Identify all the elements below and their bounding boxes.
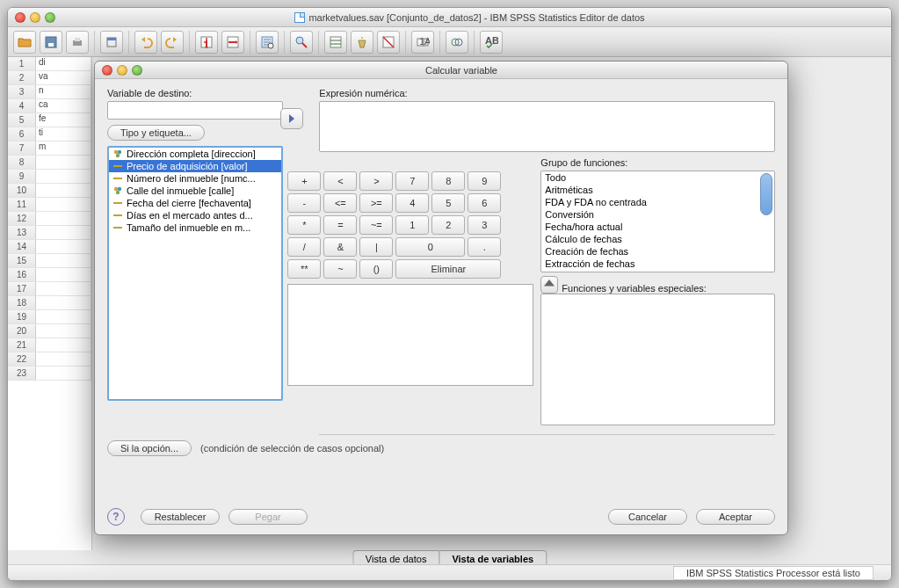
target-variable-input[interactable] bbox=[107, 101, 283, 120]
key-8[interactable]: 8 bbox=[431, 171, 465, 191]
grid-row[interactable]: 1di bbox=[8, 57, 91, 71]
cell[interactable] bbox=[36, 212, 91, 225]
grid-row[interactable]: 2va bbox=[8, 71, 91, 85]
key-lt[interactable]: < bbox=[323, 171, 357, 191]
open-file-button[interactable] bbox=[13, 31, 36, 54]
type-and-label-button[interactable]: Tipo y etiqueta... bbox=[107, 125, 205, 141]
row-header[interactable]: 11 bbox=[8, 198, 36, 211]
cell[interactable] bbox=[36, 226, 91, 239]
function-group-item[interactable]: FDA y FDA no centrada bbox=[541, 196, 774, 208]
grid-row[interactable]: 16 bbox=[8, 268, 91, 282]
variables-button[interactable] bbox=[256, 31, 279, 54]
key-minus[interactable]: - bbox=[287, 193, 321, 213]
grid-row[interactable]: 13 bbox=[8, 226, 91, 240]
key-delete[interactable]: Eliminar bbox=[395, 259, 501, 279]
grid-row[interactable]: 5fe bbox=[8, 113, 91, 127]
key-dot[interactable]: . bbox=[468, 237, 501, 257]
key-7[interactable]: 7 bbox=[395, 171, 429, 191]
row-header[interactable]: 14 bbox=[8, 240, 36, 253]
recall-dialog-button[interactable] bbox=[100, 31, 123, 54]
grid-row[interactable]: 18 bbox=[8, 296, 91, 310]
grid-row[interactable]: 9 bbox=[8, 170, 91, 184]
row-header[interactable]: 15 bbox=[8, 254, 36, 267]
variable-item[interactable]: Fecha del cierre [fechaventa] bbox=[109, 197, 281, 209]
row-header[interactable]: 17 bbox=[8, 282, 36, 295]
cell[interactable]: fe bbox=[36, 113, 91, 127]
key-3[interactable]: 3 bbox=[468, 215, 501, 235]
row-header[interactable]: 20 bbox=[8, 324, 36, 338]
variable-item[interactable]: Tamaño del inmueble en m... bbox=[109, 221, 281, 234]
row-header[interactable]: 23 bbox=[8, 367, 36, 380]
variable-item[interactable]: Precio de adquisición [valor] bbox=[109, 160, 281, 172]
dialog-zoom-button[interactable] bbox=[132, 65, 142, 76]
variable-item[interactable]: Calle del inmueble [calle] bbox=[109, 185, 281, 197]
row-header[interactable]: 12 bbox=[8, 212, 36, 225]
cell[interactable] bbox=[36, 254, 91, 267]
row-header[interactable]: 9 bbox=[8, 170, 36, 183]
move-to-expression-button[interactable] bbox=[280, 108, 303, 129]
row-header[interactable]: 6 bbox=[8, 127, 36, 141]
key-1[interactable]: 1 bbox=[395, 215, 429, 235]
variable-list[interactable]: Dirección completa [direccion]Precio de … bbox=[107, 146, 283, 401]
spellcheck-button[interactable]: ABC bbox=[480, 31, 503, 54]
cell[interactable] bbox=[36, 240, 91, 253]
grid-row[interactable]: 14 bbox=[8, 240, 91, 254]
grid-row[interactable]: 7m bbox=[8, 142, 91, 156]
row-header[interactable]: 10 bbox=[8, 184, 36, 197]
help-button[interactable]: ? bbox=[107, 508, 125, 526]
goto-variable-button[interactable] bbox=[221, 31, 244, 54]
row-header[interactable]: 4 bbox=[8, 99, 36, 113]
key-6[interactable]: 6 bbox=[468, 193, 501, 213]
row-header[interactable]: 3 bbox=[8, 85, 36, 98]
row-header[interactable]: 19 bbox=[8, 310, 36, 323]
row-header[interactable]: 2 bbox=[8, 71, 36, 84]
reset-button[interactable]: Restablecer bbox=[141, 509, 220, 525]
select-cases-button[interactable] bbox=[377, 31, 400, 54]
key-5[interactable]: 5 bbox=[431, 193, 465, 213]
cell[interactable] bbox=[36, 282, 91, 295]
cell[interactable] bbox=[36, 198, 91, 211]
key-parens[interactable]: () bbox=[359, 259, 393, 279]
grid-row[interactable]: 3n bbox=[8, 85, 91, 99]
key-9[interactable]: 9 bbox=[468, 171, 501, 191]
grid-row[interactable]: 17 bbox=[8, 282, 91, 296]
key-4[interactable]: 4 bbox=[395, 193, 429, 213]
cell[interactable] bbox=[36, 170, 91, 183]
grid-row[interactable]: 23 bbox=[8, 367, 91, 381]
cell[interactable] bbox=[36, 184, 91, 197]
cell[interactable] bbox=[36, 268, 91, 281]
row-header[interactable]: 1 bbox=[8, 57, 36, 70]
row-header[interactable]: 18 bbox=[8, 296, 36, 309]
scrollbar[interactable] bbox=[760, 173, 772, 270]
grid-row[interactable]: 6ti bbox=[8, 127, 91, 142]
find-button[interactable] bbox=[290, 31, 313, 54]
cell[interactable]: ca bbox=[36, 99, 91, 113]
if-condition-button[interactable]: Si la opción... bbox=[107, 440, 192, 456]
grid-row[interactable]: 22 bbox=[8, 352, 91, 367]
row-header[interactable]: 16 bbox=[8, 268, 36, 281]
dialog-close-button[interactable] bbox=[102, 65, 112, 76]
insert-function-button[interactable] bbox=[540, 276, 558, 294]
variable-item[interactable]: Dirección completa [direccion] bbox=[109, 148, 281, 160]
key-0[interactable]: 0 bbox=[395, 237, 465, 257]
grid-row[interactable]: 15 bbox=[8, 254, 91, 268]
key-mult[interactable]: * bbox=[287, 215, 321, 235]
key-gt[interactable]: > bbox=[359, 171, 393, 191]
function-group-item[interactable]: Extracción de fechas bbox=[541, 258, 774, 270]
close-window-button[interactable] bbox=[15, 12, 25, 23]
function-group-item[interactable]: Cálculo de fechas bbox=[541, 233, 774, 245]
function-group-item[interactable]: Fecha/hora actual bbox=[541, 221, 774, 233]
minimize-window-button[interactable] bbox=[30, 12, 40, 23]
key-eq[interactable]: = bbox=[323, 215, 357, 235]
cell[interactable] bbox=[36, 310, 91, 323]
variable-item[interactable]: Días en el mercado antes d... bbox=[109, 209, 281, 221]
row-header[interactable]: 13 bbox=[8, 226, 36, 239]
cell[interactable]: m bbox=[36, 142, 91, 155]
redo-button[interactable] bbox=[161, 31, 184, 54]
undo-button[interactable] bbox=[134, 31, 157, 54]
paste-button[interactable]: Pegar bbox=[228, 509, 308, 525]
split-file-button[interactable] bbox=[324, 31, 347, 54]
special-functions-list[interactable] bbox=[540, 294, 775, 425]
row-header[interactable]: 21 bbox=[8, 338, 36, 352]
grid-row[interactable]: 20 bbox=[8, 324, 91, 338]
